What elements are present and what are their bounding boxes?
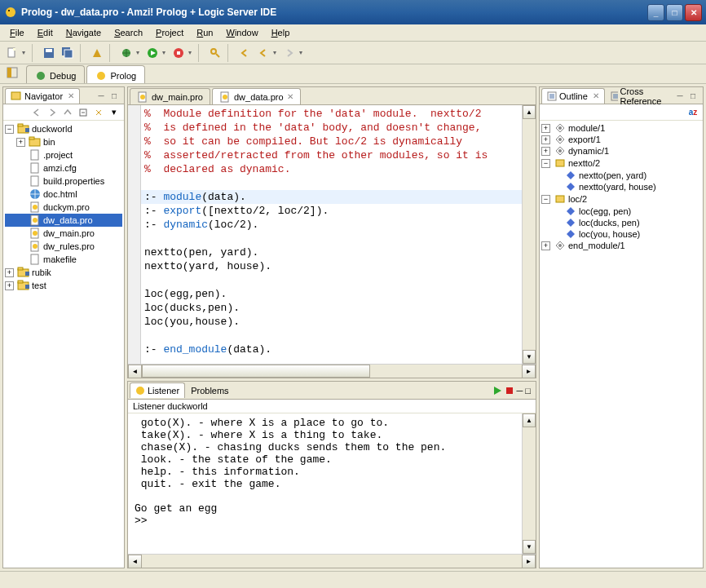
minimize-listener-button[interactable]: ─ (517, 386, 523, 396)
tree-item[interactable]: duckym.pro (5, 201, 122, 214)
tree-item[interactable]: build.properties (5, 175, 122, 188)
svg-rect-41 (18, 281, 23, 283)
outline-item[interactable]: +export/1 (541, 134, 701, 145)
save-button[interactable] (40, 44, 58, 62)
minimize-view-button[interactable]: ─ (95, 90, 107, 101)
outline-tab[interactable]: Outline✕ (541, 88, 605, 104)
open-perspective-button[interactable] (3, 64, 21, 82)
tree-item[interactable]: .project (5, 148, 122, 161)
editor-tab[interactable]: dw_main.pro (130, 88, 210, 104)
debug-button[interactable] (117, 44, 135, 62)
close-icon[interactable]: ✕ (68, 91, 74, 100)
bottom-tab-listener[interactable]: Listener (130, 382, 185, 398)
minimize-button[interactable]: _ (647, 4, 664, 21)
tree-item[interactable]: +bin (5, 135, 122, 148)
navigator-tab[interactable]: Navigator ✕ (5, 88, 80, 104)
svg-point-44 (140, 95, 145, 99)
back-button[interactable] (254, 44, 272, 62)
maximize-button[interactable]: □ (666, 4, 683, 21)
tree-item[interactable]: makefile (5, 253, 122, 266)
listener-hscrollbar[interactable]: ◄ ► (128, 554, 536, 568)
perspective-tab-prolog[interactable]: Prolog (86, 65, 145, 83)
listener-vscrollbar[interactable]: ▲ ▼ (522, 413, 536, 554)
menu-run[interactable]: Run (190, 26, 219, 39)
stop-listener-button[interactable] (505, 386, 514, 396)
tree-item[interactable]: dw_rules.pro (5, 240, 122, 253)
editor-vscrollbar[interactable]: ▲ ▼ (522, 105, 536, 364)
run-button[interactable] (143, 44, 161, 62)
menubar: FileEditNavigateSearchProjectRunWindowHe… (0, 24, 706, 42)
run-dropdown[interactable]: ▾ (162, 49, 169, 56)
statusbar (0, 571, 706, 588)
outline-item[interactable]: loc(ducks, pen) (541, 217, 701, 228)
outline-item[interactable]: +end_module/1 (541, 240, 701, 251)
prev-edit-button[interactable] (236, 44, 254, 62)
forward-dropdown[interactable]: ▾ (299, 49, 306, 56)
forward-button[interactable] (280, 44, 298, 62)
svg-rect-48 (506, 387, 513, 394)
outline-item[interactable]: loc(you, house) (541, 228, 701, 240)
tree-item[interactable]: −duckworld (5, 122, 122, 135)
svg-rect-14 (7, 68, 11, 77)
outline-item[interactable]: −nextto/2 (541, 157, 701, 170)
save-all-button[interactable] (59, 44, 77, 62)
up-nav-button[interactable] (61, 106, 74, 119)
perspective-tab-debug[interactable]: Debug (26, 65, 85, 83)
collapse-all-button[interactable] (77, 106, 90, 119)
outline-item[interactable]: −loc/2 (541, 192, 701, 206)
menu-project[interactable]: Project (149, 26, 190, 39)
tree-item[interactable]: doc.html (5, 188, 122, 201)
bottom-tab-problems[interactable]: Problems (185, 382, 234, 398)
outline-item[interactable]: loc(egg, pen) (541, 206, 701, 217)
sort-button[interactable]: az (686, 106, 699, 119)
main-toolbar: ▾ ▾ ▾ ▾ ▾ ▾ (0, 42, 706, 64)
run-listener-button[interactable] (492, 386, 502, 396)
svg-point-46 (223, 95, 227, 99)
outline-item[interactable]: nextto(yard, house) (541, 181, 701, 192)
new-dropdown[interactable]: ▾ (22, 49, 29, 56)
external-tools-button[interactable] (170, 44, 188, 62)
editor-tab[interactable]: dw_data.pro✕ (212, 88, 301, 104)
maximize-listener-button[interactable]: □ (525, 386, 531, 396)
svg-point-12 (211, 49, 216, 54)
tree-item[interactable]: dw_data.pro (5, 214, 122, 227)
listener-view: ListenerProblems ─ □ Listener duckworld … (127, 381, 536, 568)
search-button[interactable] (206, 44, 224, 62)
debug-dropdown[interactable]: ▾ (136, 49, 143, 56)
maximize-outline-button[interactable]: □ (687, 90, 699, 101)
outline-tab[interactable]: Cross Reference (605, 88, 674, 104)
svg-point-56 (558, 244, 562, 247)
menu-window[interactable]: Window (219, 26, 264, 39)
outline-item[interactable]: nextto(pen, yard) (541, 170, 701, 181)
menu-help[interactable]: Help (265, 26, 297, 39)
back-nav-button[interactable] (30, 106, 43, 119)
maximize-view-button[interactable]: □ (108, 90, 120, 101)
back-dropdown[interactable]: ▾ (273, 49, 280, 56)
outline-item[interactable]: +dynamic/1 (541, 145, 701, 157)
tree-item[interactable]: dw_main.pro (5, 227, 122, 240)
tree-item[interactable]: amzi.cfg (5, 161, 122, 175)
svg-rect-5 (46, 49, 52, 52)
close-button[interactable]: ✕ (685, 4, 702, 21)
editor-hscrollbar[interactable]: ◄ ► (128, 364, 536, 378)
tree-item[interactable]: +test (5, 279, 122, 292)
code-editor[interactable]: % Module definition for the 'data' modul… (141, 105, 522, 364)
svg-point-15 (37, 72, 45, 80)
forward-nav-button[interactable] (46, 106, 59, 119)
menu-file[interactable]: File (3, 26, 31, 39)
navigator-tree[interactable]: −duckworld+bin.projectamzi.cfgbuild.prop… (3, 121, 124, 568)
menu-navigate[interactable]: Navigate (60, 26, 108, 39)
listener-console[interactable]: goto(X). - where X is a place to go to. … (128, 413, 522, 554)
new-button[interactable] (3, 44, 21, 62)
external-tools-dropdown[interactable]: ▾ (188, 49, 195, 56)
link-editor-button[interactable] (92, 106, 105, 119)
menu-search[interactable]: Search (108, 26, 149, 39)
listener-title: Listener duckworld (128, 400, 536, 413)
tree-item[interactable]: +rubik (5, 266, 122, 279)
minimize-outline-button[interactable]: ─ (674, 90, 686, 101)
outline-item[interactable]: +module/1 (541, 122, 701, 134)
view-menu-button[interactable]: ▾ (108, 106, 121, 119)
outline-tree[interactable]: +module/1+export/1+dynamic/1−nextto/2nex… (540, 121, 703, 568)
build-button[interactable] (88, 44, 106, 62)
menu-edit[interactable]: Edit (31, 26, 60, 39)
